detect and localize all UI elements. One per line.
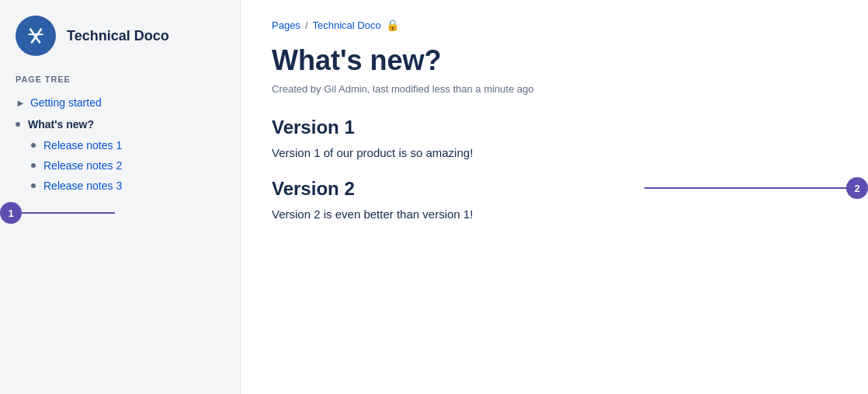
sidebar-item-release-notes-3[interactable]: Release notes 3 bbox=[16, 176, 240, 196]
bullet-icon bbox=[31, 143, 36, 148]
breadcrumb-pages[interactable]: Pages bbox=[272, 19, 300, 31]
release-notes-2-link[interactable]: Release notes 2 bbox=[43, 159, 122, 172]
nav-sublist: Release notes 1 Release notes 2 Release … bbox=[0, 135, 240, 196]
sidebar-title: Technical Doco bbox=[67, 28, 169, 44]
bullet-icon bbox=[31, 183, 36, 188]
page-tree-label: PAGE TREE bbox=[0, 68, 240, 92]
section-text-version2: Version 2 is even better than version 1! bbox=[272, 207, 837, 221]
annotation-1-badge: 1 bbox=[0, 202, 22, 224]
annotation-1: 1 bbox=[0, 202, 115, 224]
sidebar-item-release-notes-1[interactable]: Release notes 1 bbox=[16, 135, 240, 155]
bullet-icon bbox=[31, 163, 36, 168]
lock-icon: 🔒 bbox=[386, 19, 399, 31]
sidebar-item-release-notes-2[interactable]: Release notes 2 bbox=[16, 155, 240, 176]
sidebar-item-getting-started[interactable]: ► Getting started bbox=[6, 92, 240, 113]
sidebar-item-whats-new[interactable]: What's new? bbox=[6, 113, 240, 135]
app-wrapper: 1 2 Technical Doco PAGE TREE ► bbox=[0, 0, 868, 394]
section-text-version1: Version 1 of our product is so amazing! bbox=[272, 146, 837, 159]
page-title: What's new? bbox=[272, 44, 837, 77]
release-notes-1-link[interactable]: Release notes 1 bbox=[43, 139, 122, 152]
chevron-right-icon: ► bbox=[16, 97, 26, 109]
section-title-version1: Version 1 bbox=[272, 117, 837, 138]
release-notes-3-link[interactable]: Release notes 3 bbox=[43, 180, 122, 192]
logo bbox=[16, 16, 56, 56]
annotation-2-badge: 2 bbox=[846, 177, 868, 199]
bullet-icon bbox=[16, 122, 20, 127]
breadcrumb: Pages / Technical Doco 🔒 bbox=[272, 19, 837, 31]
annotation-2-line bbox=[644, 187, 846, 189]
sidebar-header: Technical Doco bbox=[0, 0, 240, 68]
whats-new-link[interactable]: What's new? bbox=[28, 118, 94, 131]
nav-list: ► Getting started What's new? bbox=[0, 92, 240, 135]
breadcrumb-current[interactable]: Technical Doco bbox=[313, 19, 381, 31]
breadcrumb-separator: / bbox=[305, 19, 308, 31]
annotation-1-line bbox=[22, 212, 115, 214]
sidebar: Technical Doco PAGE TREE ► Getting start… bbox=[0, 0, 241, 394]
annotation-2: 2 bbox=[644, 177, 868, 199]
getting-started-link[interactable]: Getting started bbox=[30, 96, 102, 109]
logo-icon bbox=[23, 23, 49, 49]
page-meta: Created by Gil Admin, last modified less… bbox=[272, 83, 837, 95]
